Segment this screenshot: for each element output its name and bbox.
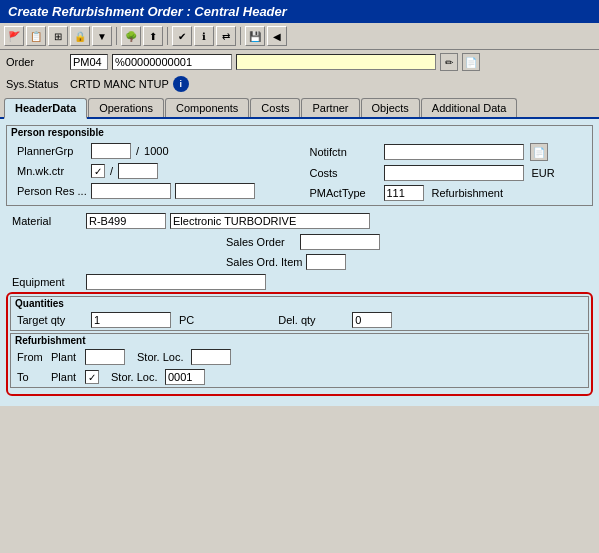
- order-number-input[interactable]: [112, 54, 232, 70]
- costs-input[interactable]: [384, 165, 524, 181]
- equipment-row: Equipment: [6, 272, 593, 292]
- order-row: Order ✏ 📄: [0, 50, 599, 74]
- material-desc-input[interactable]: [170, 213, 370, 229]
- pm-act-type-desc: Refurbishment: [432, 187, 504, 199]
- to-stor-loc-label: Stor. Loc.: [111, 371, 161, 383]
- del-qty-input[interactable]: [352, 312, 392, 328]
- sys-status-value: CRTD MANC NTUP: [70, 78, 169, 90]
- order-prefix-input[interactable]: [70, 54, 108, 70]
- pm-act-type-input[interactable]: [384, 185, 424, 201]
- mn-wk-ctr-checkbox[interactable]: ✓: [91, 164, 105, 178]
- copy-btn[interactable]: 📋: [26, 26, 46, 46]
- tab-operations[interactable]: Operations: [88, 98, 164, 117]
- tabs-bar: HeaderData Operations Components Costs P…: [0, 94, 599, 119]
- to-plant-label: Plant: [51, 371, 81, 383]
- person-res-row: Person Res ...: [11, 181, 296, 201]
- tree-btn[interactable]: 🌳: [121, 26, 141, 46]
- tab-header-data[interactable]: HeaderData: [4, 98, 87, 119]
- person-res-input1[interactable]: [91, 183, 171, 199]
- to-plant-checkbox[interactable]: ✓: [85, 370, 99, 384]
- main-content: Person responsible PlannerGrp / 1000 Mn.…: [0, 119, 599, 406]
- from-stor-loc-label: Stor. Loc.: [137, 351, 187, 363]
- arrows-btn[interactable]: ⇄: [216, 26, 236, 46]
- sys-status-label: Sys.Status: [6, 78, 66, 90]
- grid-btn[interactable]: ⊞: [48, 26, 68, 46]
- notifctn-input[interactable]: [384, 144, 524, 160]
- save-btn[interactable]: 💾: [245, 26, 265, 46]
- person-responsible-left: PlannerGrp / 1000 Mn.wk.ctr ✓ / Person R…: [11, 141, 296, 203]
- from-row: From Plant Stor. Loc.: [11, 347, 588, 367]
- toolbar-sep-2: [167, 27, 168, 45]
- toolbar-sep-1: [116, 27, 117, 45]
- del-qty-label: Del. qty: [278, 314, 348, 326]
- target-qty-input[interactable]: [91, 312, 171, 328]
- from-label: From: [17, 351, 47, 363]
- sales-order-label: Sales Order: [226, 236, 296, 248]
- refurbishment-label: Refurbishment: [11, 334, 588, 347]
- planner-grp-input[interactable]: [91, 143, 131, 159]
- tab-objects[interactable]: Objects: [361, 98, 420, 117]
- eur-label: EUR: [532, 167, 555, 179]
- costs-label: Costs: [310, 167, 380, 179]
- page-title: Create Refurbishment Order : Central Hea…: [8, 4, 287, 19]
- notifctn-page-icon[interactable]: 📄: [530, 143, 548, 161]
- funnel-btn[interactable]: ▼: [92, 26, 112, 46]
- toolbar: 🚩 📋 ⊞ 🔒 ▼ 🌳 ⬆ ✔ ℹ ⇄ 💾 ◀: [0, 23, 599, 50]
- pm-act-type-row: PMActType Refurbishment: [304, 183, 589, 203]
- to-label: To: [17, 371, 47, 383]
- title-bar: Create Refurbishment Order : Central Hea…: [0, 0, 599, 23]
- tab-additional-data[interactable]: Additional Data: [421, 98, 518, 117]
- order-label: Order: [6, 56, 66, 68]
- lock-btn[interactable]: 🔒: [70, 26, 90, 46]
- person-res-label: Person Res ...: [17, 185, 87, 197]
- sales-ord-item-row: Sales Ord. Item: [6, 252, 593, 272]
- planner-grp-suffix: 1000: [144, 145, 168, 157]
- tab-partner[interactable]: Partner: [301, 98, 359, 117]
- person-res-input2[interactable]: [175, 183, 255, 199]
- mn-wk-ctr-input[interactable]: [118, 163, 158, 179]
- material-label: Material: [12, 215, 82, 227]
- target-qty-row: Target qty PC Del. qty: [11, 310, 588, 330]
- target-qty-unit: PC: [179, 314, 194, 326]
- mn-wk-ctr-row: Mn.wk.ctr ✓ /: [11, 161, 296, 181]
- from-stor-loc-input[interactable]: [191, 349, 231, 365]
- material-row: Material: [6, 210, 593, 232]
- sales-ord-item-input[interactable]: [306, 254, 346, 270]
- costs-row: Costs EUR: [304, 163, 589, 183]
- page-icon[interactable]: 📄: [462, 53, 480, 71]
- tab-components[interactable]: Components: [165, 98, 249, 117]
- check-btn[interactable]: ✔: [172, 26, 192, 46]
- sales-order-row: Sales Order: [6, 232, 593, 252]
- back-btn[interactable]: ◀: [267, 26, 287, 46]
- info-btn[interactable]: ℹ: [194, 26, 214, 46]
- quantities-section: Quantities Target qty PC Del. qty: [10, 296, 589, 331]
- from-plant-input[interactable]: [85, 349, 125, 365]
- equipment-input[interactable]: [86, 274, 266, 290]
- sales-ord-item-label: Sales Ord. Item: [226, 256, 302, 268]
- material-input[interactable]: [86, 213, 166, 229]
- notifctn-row: Notifctn 📄: [304, 141, 589, 163]
- tab-costs[interactable]: Costs: [250, 98, 300, 117]
- person-responsible-label: Person responsible: [7, 126, 592, 139]
- to-row: To Plant ✓ Stor. Loc.: [11, 367, 588, 387]
- quantities-label: Quantities: [11, 297, 588, 310]
- equipment-label: Equipment: [12, 276, 82, 288]
- order-description-input[interactable]: [236, 54, 436, 70]
- mn-wk-ctr-label: Mn.wk.ctr: [17, 165, 87, 177]
- sales-order-input[interactable]: [300, 234, 380, 250]
- person-responsible-right: Notifctn 📄 Costs EUR PMActType Refurbish…: [304, 141, 589, 203]
- upload-btn[interactable]: ⬆: [143, 26, 163, 46]
- planner-grp-row: PlannerGrp / 1000: [11, 141, 296, 161]
- refurbishment-section: Refurbishment From Plant Stor. Loc. To P…: [10, 333, 589, 388]
- toolbar-sep-3: [240, 27, 241, 45]
- to-stor-loc-input[interactable]: [165, 369, 205, 385]
- flag-btn[interactable]: 🚩: [4, 26, 24, 46]
- planner-grp-label: PlannerGrp: [17, 145, 87, 157]
- pm-act-type-label: PMActType: [310, 187, 380, 199]
- status-row: Sys.Status CRTD MANC NTUP i: [0, 74, 599, 94]
- sys-status-info-icon[interactable]: i: [173, 76, 189, 92]
- notifctn-label: Notifctn: [310, 146, 380, 158]
- from-plant-label: Plant: [51, 351, 81, 363]
- target-qty-label: Target qty: [17, 314, 87, 326]
- edit-icon[interactable]: ✏: [440, 53, 458, 71]
